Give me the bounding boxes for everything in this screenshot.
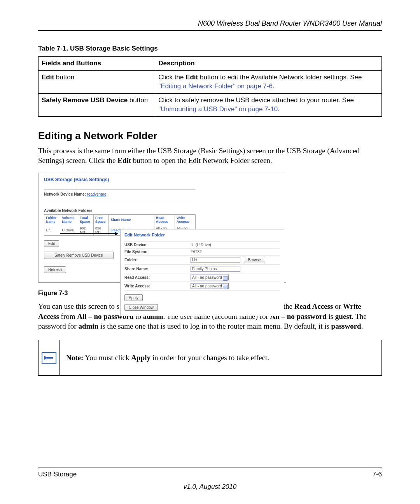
col-free: Free Space: [93, 214, 108, 225]
close-window-button[interactable]: Close Window: [124, 304, 158, 311]
intro-paragraph: This process is the same from either the…: [38, 146, 382, 166]
row2-d2: .: [278, 105, 280, 113]
col-share: Share Name: [109, 214, 154, 225]
col-folder: Folder Name: [44, 214, 60, 225]
th-fields: Fields and Buttons: [38, 57, 155, 71]
row2-d1: Click to safely remove the USB device at…: [158, 96, 354, 104]
table-caption: Table 7-1. USB Storage Basic Settings: [38, 45, 382, 52]
note-rest: in order for your changes to take effect…: [150, 354, 269, 362]
table-row: Safely Remove USB Device button Click to…: [38, 93, 382, 116]
up4: from: [59, 312, 77, 320]
row1-label-strong: Edit: [42, 74, 54, 81]
row1-d3: button to edit the Available Network fol…: [198, 74, 362, 81]
ub7: guest: [335, 312, 352, 320]
ub2: Read Access: [294, 302, 333, 310]
col-volume: Volume Name: [60, 214, 78, 225]
settings-table: Fields and Buttons Description Edit butt…: [38, 56, 382, 117]
edit-panel-title: Edit Network Folder: [124, 233, 280, 237]
ub8: admin: [78, 322, 98, 330]
sharename-input[interactable]: Family Photos: [191, 266, 240, 272]
row1-d2: Edit: [186, 74, 198, 81]
writeaccess-label: Write Access:: [124, 284, 191, 288]
folder-label: Folder:: [124, 258, 191, 262]
up3: or: [333, 302, 343, 310]
footer-right: 7-6: [372, 471, 382, 478]
row2-label-rest: button: [128, 96, 148, 104]
page-footer: USB Storage 7-6 v1.0, August 2010: [38, 467, 382, 491]
table-row: Edit button Click the Edit button to edi…: [38, 70, 382, 93]
readaccess-label: Read Access:: [124, 275, 191, 280]
refresh-button[interactable]: Refresh: [44, 266, 66, 273]
edit-button[interactable]: Edit: [44, 240, 59, 247]
folder-input[interactable]: U:\: [191, 257, 240, 263]
screenshot: USB Storage (Basic Settings) Network Dev…: [38, 173, 286, 283]
note-box: Note: You must click Apply in order for …: [38, 340, 382, 376]
note-text: You must click: [83, 354, 131, 362]
available-folders-label: Available Network Folders: [44, 208, 195, 213]
page-header: N600 Wireless Dual Band Router WNDR3400 …: [38, 19, 382, 31]
footer-version: v1.0, August 2010: [38, 483, 382, 491]
filesystem-value: FAT32: [191, 250, 202, 254]
up9: is the same one that is used to log in t…: [98, 322, 331, 330]
readaccess-select[interactable]: All - no password: [191, 275, 229, 280]
row2-link[interactable]: "Unmounting a USB Drive" on page 7-10: [158, 105, 278, 113]
arrow-note-icon: [42, 352, 56, 364]
sharename-label: Share Name:: [124, 267, 191, 271]
row1-label-rest: button: [54, 74, 74, 81]
safely-remove-button[interactable]: Safely Remove USB Device: [44, 252, 114, 259]
row1-d1: Click the: [158, 74, 186, 81]
intro-b1: Edit: [117, 156, 131, 164]
screenshot-title: USB Storage (Basic Settings): [44, 177, 195, 182]
browse-button[interactable]: Browse: [244, 257, 265, 263]
note-bold: Apply: [131, 354, 150, 362]
col-total: Total Space: [78, 214, 94, 225]
note-label: Note:: [66, 354, 83, 362]
apply-button[interactable]: Apply: [124, 294, 143, 301]
note-icon-cell: [38, 340, 60, 375]
edit-network-folder-panel: Edit Network Folder USB Device: U: (U Dr…: [120, 229, 284, 316]
footer-left: USB Storage: [38, 471, 77, 478]
arrow-icon: [115, 232, 118, 236]
section-heading: Editing a Network Folder: [38, 130, 382, 142]
cell-folder: U:\: [44, 225, 60, 235]
row2-label-strong: Safely Remove USB Device: [42, 96, 128, 104]
row1-link[interactable]: "Editing a Network Folder" on page 7-6: [158, 82, 273, 90]
up10: .: [361, 322, 363, 330]
col-write: Write Access: [175, 214, 195, 225]
writeaccess-select[interactable]: All - no password: [191, 283, 229, 289]
col-read: Read Access: [154, 214, 175, 225]
intro-p2: button to open the Edit Network Folder s…: [131, 156, 272, 164]
th-description: Description: [155, 57, 382, 71]
filesystem-label: File System:: [124, 250, 191, 254]
arrow-line: [60, 233, 115, 234]
row1-d4: .: [273, 82, 275, 90]
ub9: password: [331, 322, 361, 330]
usb-device-label: USB Device:: [124, 243, 191, 247]
netname-label: Network Device Name:: [44, 192, 87, 196]
netname-value[interactable]: readyshare: [87, 192, 107, 196]
usb-device-value: U: (U Drive): [191, 243, 211, 247]
up7: is: [327, 312, 335, 320]
